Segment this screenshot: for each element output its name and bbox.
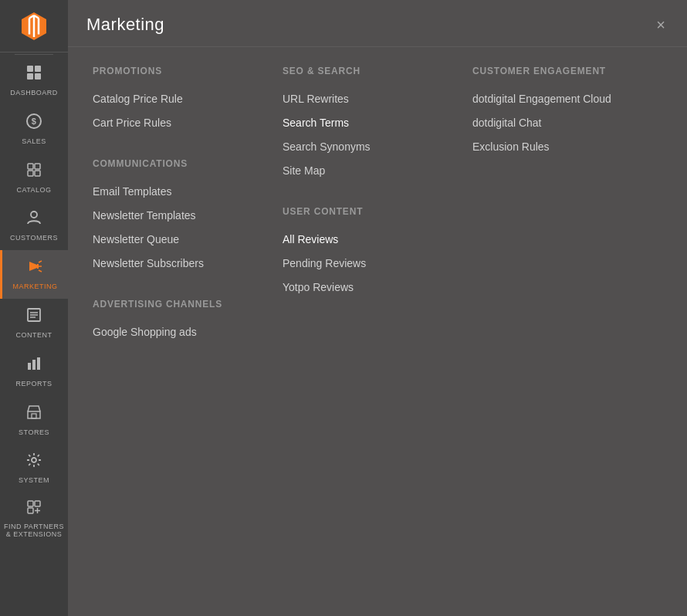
pending-reviews-link[interactable]: Pending Reviews [283,252,457,276]
svg-rect-1 [35,66,41,72]
modal-header: Marketing × [68,0,687,47]
menu-section-customer-engagement: Customer Engagement dotdigital Engagemen… [472,66,647,159]
seo-heading: SEO & Search [283,66,457,76]
cart-price-rules-link[interactable]: Cart Price Rules [93,111,267,135]
sidebar-item-content-label: CONTENT [16,331,52,340]
svg-rect-6 [28,164,33,169]
menu-section-seo: SEO & Search URL Rewrites Search Terms S… [283,66,457,183]
content-icon [25,306,42,328]
user-content-heading: User Content [283,206,457,217]
sidebar-item-extensions-label: FIND PARTNERS & EXTENSIONS [3,523,65,539]
customers-icon [25,209,42,231]
dashboard-icon [25,64,42,86]
svg-rect-2 [27,73,33,80]
sidebar-item-stores-label: STORES [19,428,49,437]
sidebar-item-content[interactable]: CONTENT [0,299,68,347]
sidebar-item-sales-label: SALES [22,137,46,146]
reports-icon [25,355,42,377]
sidebar-item-extensions[interactable]: FIND PARTNERS & EXTENSIONS [0,492,68,545]
customer-engagement-heading: Customer Engagement [472,66,647,76]
sidebar-item-customers[interactable]: CUSTOMERS [0,201,68,250]
sidebar-item-dashboard-label: DASHBOARD [10,89,58,97]
google-shopping-link[interactable]: Google Shopping ads [93,320,267,344]
communications-heading: Communications [93,158,267,169]
sidebar-item-stores[interactable]: STORES [0,396,68,445]
svg-rect-12 [37,264,39,269]
menu-column-left: Promotions Catalog Price Rule Cart Price… [93,66,283,367]
sidebar-item-catalog-label: CATALOG [16,186,51,195]
modal-title: Marketing [86,15,164,35]
magento-logo-icon [19,11,49,42]
svg-point-25 [32,458,36,462]
dotdigital-chat-link[interactable]: dotdigital Chat [472,111,647,135]
svg-rect-8 [28,171,33,176]
svg-rect-23 [28,411,40,418]
all-reviews-link[interactable]: All Reviews [283,228,457,252]
promotions-heading: Promotions [93,66,267,76]
sidebar: DASHBOARD $ SALES CATALOG [0,0,68,616]
email-templates-link[interactable]: Email Templates [93,180,267,204]
sidebar-item-system-label: SYSTEM [19,476,49,485]
sidebar-item-reports-label: REPORTS [16,380,52,388]
yotpo-reviews-link[interactable]: Yotpo Reviews [283,276,457,300]
svg-rect-22 [37,357,40,370]
svg-text:$: $ [32,117,37,126]
exclusion-rules-link[interactable]: Exclusion Rules [472,135,647,159]
catalog-icon [25,161,42,183]
sidebar-item-reports[interactable]: REPORTS [0,347,68,396]
svg-rect-7 [35,164,40,169]
menu-section-promotions: Promotions Catalog Price Rule Cart Price… [93,66,267,135]
modal-body: Promotions Catalog Price Rule Cart Price… [68,47,687,386]
sales-icon: $ [25,113,42,134]
sidebar-item-sales[interactable]: $ SALES [0,105,68,154]
marketing-modal: Marketing × Promotions Catalog Price Rul… [68,0,687,616]
marketing-icon [27,258,44,279]
menu-column-middle: SEO & Search URL Rewrites Search Terms S… [283,66,472,367]
svg-rect-28 [28,508,33,513]
sidebar-item-catalog[interactable]: CATALOG [0,154,68,202]
catalog-price-rule-link[interactable]: Catalog Price Rule [93,87,267,111]
url-rewrites-link[interactable]: URL Rewrites [283,87,457,111]
svg-rect-9 [35,171,40,176]
sidebar-item-marketing[interactable]: MARKETING [0,250,68,299]
modal-close-button[interactable]: × [653,14,668,36]
svg-marker-11 [29,262,37,271]
stores-icon [25,404,42,425]
search-terms-link[interactable]: Search Terms [283,111,457,135]
svg-rect-0 [27,66,33,72]
svg-rect-24 [32,414,36,418]
advertising-heading: Advertising Channels [93,299,267,310]
sidebar-item-system[interactable]: SYSTEM [0,444,68,492]
svg-rect-27 [35,501,40,506]
svg-line-13 [39,261,42,262]
menu-column-right: Customer Engagement dotdigital Engagemen… [472,66,662,367]
svg-rect-20 [28,363,31,370]
menu-section-communications: Communications Email Templates Newslette… [93,158,267,276]
menu-section-user-content: User Content All Reviews Pending Reviews… [283,206,457,300]
newsletter-subscribers-link[interactable]: Newsletter Subscribers [93,252,267,276]
main-content: Marketing × Promotions Catalog Price Rul… [68,0,687,616]
newsletter-queue-link[interactable]: Newsletter Queue [93,228,267,252]
dotdigital-engagement-link[interactable]: dotdigital Engagement Cloud [472,87,647,111]
sidebar-logo[interactable] [0,0,68,52]
newsletter-templates-link[interactable]: Newsletter Templates [93,204,267,228]
extensions-icon [25,499,42,520]
sidebar-divider [15,54,53,55]
svg-rect-3 [35,73,41,80]
sidebar-item-marketing-label: MARKETING [12,283,57,291]
sidebar-item-dashboard[interactable]: DASHBOARD [0,56,68,105]
search-synonyms-link[interactable]: Search Synonyms [283,135,457,159]
menu-section-advertising: Advertising Channels Google Shopping ads [93,299,267,344]
svg-point-10 [31,212,37,218]
svg-line-15 [39,270,42,272]
svg-rect-26 [28,501,33,506]
sidebar-item-customers-label: CUSTOMERS [10,234,58,242]
svg-rect-21 [32,360,36,370]
system-icon [25,452,42,473]
site-map-link[interactable]: Site Map [283,159,457,183]
